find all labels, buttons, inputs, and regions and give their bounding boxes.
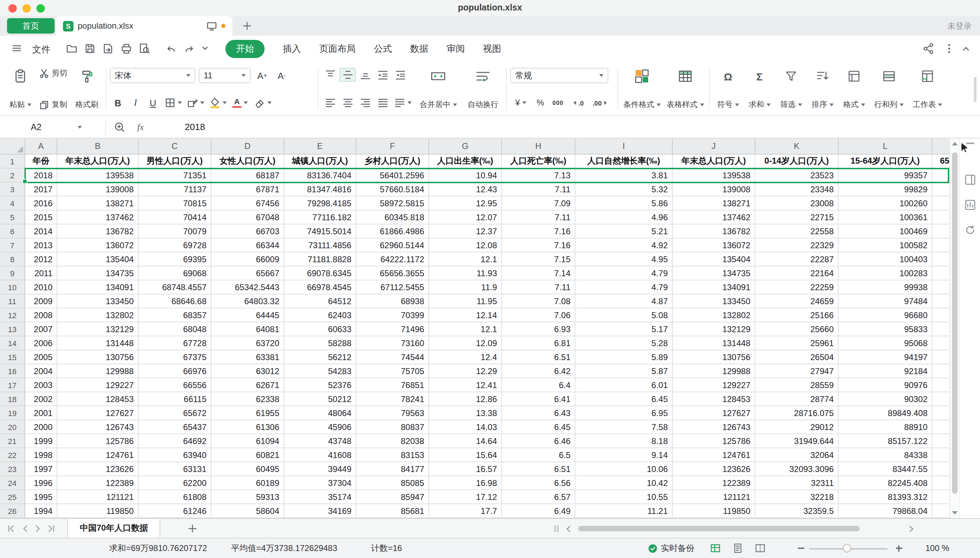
cell-C18[interactable]: 66115 xyxy=(138,392,211,406)
properties-panel-icon[interactable] xyxy=(964,173,977,186)
format-button[interactable]: 格式 xyxy=(839,66,869,112)
cell-G23[interactable]: 16.57 xyxy=(429,462,502,476)
row-header-21[interactable]: 21 xyxy=(0,434,25,448)
row-header-4[interactable]: 4 xyxy=(0,197,25,210)
cell-L4[interactable]: 100260 xyxy=(838,197,932,210)
row-header-12[interactable]: 12 xyxy=(0,309,25,322)
cell-B15[interactable]: 130756 xyxy=(58,350,138,364)
column-header-L[interactable]: L xyxy=(838,138,932,154)
cell-G11[interactable]: 11.95 xyxy=(429,294,502,309)
cell-L21[interactable]: 85157.122 xyxy=(838,434,932,448)
cell-H9[interactable]: 7.14 xyxy=(502,266,575,281)
row-header-17[interactable]: 17 xyxy=(0,378,25,392)
cell-C5[interactable]: 70414 xyxy=(138,210,211,225)
cell-H14[interactable]: 6.81 xyxy=(502,336,575,350)
cell-D13[interactable]: 64081 xyxy=(211,322,284,336)
cell-H12[interactable]: 7.06 xyxy=(502,309,575,322)
cell-G3[interactable]: 12.43 xyxy=(429,182,502,197)
cell-F15[interactable]: 74544 xyxy=(356,350,429,364)
cell-E9[interactable]: 69078.6345 xyxy=(284,266,356,281)
increase-decimal-button[interactable]: .0 xyxy=(569,96,587,110)
cell-G16[interactable]: 12.29 xyxy=(429,364,502,378)
cell-C16[interactable]: 66976 xyxy=(138,364,211,378)
fullscreen-button[interactable] xyxy=(36,4,45,12)
cell-M18[interactable] xyxy=(932,392,949,406)
cell-L12[interactable]: 96680 xyxy=(838,309,932,322)
prev-sheet-arrow-icon[interactable] xyxy=(22,525,28,532)
cell-F11[interactable]: 68938 xyxy=(356,294,429,309)
cell-G12[interactable]: 12.14 xyxy=(429,309,502,322)
cell-M24[interactable] xyxy=(932,476,949,490)
cell-M6[interactable] xyxy=(932,225,949,238)
cell-F12[interactable]: 70399 xyxy=(356,309,429,322)
cell-J24[interactable]: 122389 xyxy=(673,476,755,490)
cell-I7[interactable]: 4.92 xyxy=(575,238,673,253)
cell-B19[interactable]: 127627 xyxy=(58,406,138,420)
cell-H20[interactable]: 6.45 xyxy=(502,420,575,434)
cell-J10[interactable]: 134091 xyxy=(673,281,755,294)
cell-D1[interactable]: 女性人口(万人) xyxy=(211,154,284,169)
cell-L8[interactable]: 100403 xyxy=(838,253,932,266)
cell-D8[interactable]: 66009 xyxy=(211,253,284,266)
cell-J6[interactable]: 136782 xyxy=(673,225,755,238)
cell-F4[interactable]: 58972.5815 xyxy=(356,197,429,210)
cell-I18[interactable]: 6.45 xyxy=(575,392,673,406)
sort-button[interactable]: 排序 xyxy=(808,66,837,112)
cell-H10[interactable]: 7.11 xyxy=(502,281,575,294)
cell-A12[interactable]: 2008 xyxy=(25,309,58,322)
name-box[interactable]: A2 xyxy=(0,116,105,138)
cell-L16[interactable]: 92184 xyxy=(838,364,932,378)
cell-D23[interactable]: 60495 xyxy=(211,462,284,476)
cell-D25[interactable]: 59313 xyxy=(211,490,284,504)
cell-I25[interactable]: 10.55 xyxy=(575,490,673,504)
cut-button[interactable]: 剪切 xyxy=(39,68,67,78)
cell-E23[interactable]: 39449 xyxy=(284,462,356,476)
cell-G2[interactable]: 10.94 xyxy=(429,169,502,182)
cell-G15[interactable]: 12.4 xyxy=(429,350,502,364)
column-header-B[interactable]: B xyxy=(58,138,138,154)
cell-L13[interactable]: 95833 xyxy=(838,322,932,336)
cell-D26[interactable]: 58604 xyxy=(211,504,284,518)
align-middle-button[interactable] xyxy=(339,68,356,82)
row-header-15[interactable]: 15 xyxy=(0,350,25,364)
cell-F20[interactable]: 80837 xyxy=(356,420,429,434)
cell-E7[interactable]: 73111.4856 xyxy=(284,238,356,253)
cell-B5[interactable]: 137462 xyxy=(58,210,138,225)
cell-A24[interactable]: 1996 xyxy=(25,476,58,490)
cell-K22[interactable]: 32064 xyxy=(755,448,838,462)
cell-C25[interactable]: 61808 xyxy=(138,490,211,504)
cell-D7[interactable]: 66344 xyxy=(211,238,284,253)
tab-review[interactable]: 审阅 xyxy=(446,43,465,55)
hscroll-right-arrow-icon[interactable] xyxy=(909,526,914,532)
cell-I6[interactable]: 5.21 xyxy=(575,225,673,238)
cell-A2[interactable]: 2018 xyxy=(25,169,58,182)
cell-C24[interactable]: 62200 xyxy=(138,476,211,490)
table-style-button[interactable]: 表格样式 xyxy=(665,66,706,112)
more-options-kebab-icon[interactable] xyxy=(944,43,955,54)
cell-F9[interactable]: 65656.3655 xyxy=(356,266,429,281)
cell-A18[interactable]: 2002 xyxy=(25,392,58,406)
cell-C2[interactable]: 71351 xyxy=(138,169,211,182)
cell-A15[interactable]: 2005 xyxy=(25,350,58,364)
fill-color-button[interactable] xyxy=(207,96,228,110)
cell-C8[interactable]: 69395 xyxy=(138,253,211,266)
cell-A5[interactable]: 2015 xyxy=(25,210,58,225)
hscroll-left-arrow-icon[interactable] xyxy=(566,526,571,532)
cell-L1[interactable]: 15-64岁人口(万人) xyxy=(838,154,932,169)
cell-C20[interactable]: 65437 xyxy=(138,420,211,434)
cell-K12[interactable]: 25166 xyxy=(755,309,838,322)
redo-icon[interactable] xyxy=(183,43,195,54)
chart-tools-icon[interactable] xyxy=(964,199,977,211)
undo-icon[interactable] xyxy=(165,43,177,54)
cell-C21[interactable]: 64692 xyxy=(138,434,211,448)
column-header-E[interactable]: E xyxy=(284,138,356,154)
cell-G13[interactable]: 12.1 xyxy=(429,322,502,336)
home-button[interactable]: 首页 xyxy=(7,18,54,34)
cell-E2[interactable]: 83136.7404 xyxy=(284,169,356,182)
cell-B4[interactable]: 138271 xyxy=(58,197,138,210)
cell-H19[interactable]: 6.43 xyxy=(502,406,575,420)
cell-D21[interactable]: 61094 xyxy=(211,434,284,448)
row-header-16[interactable]: 16 xyxy=(0,364,25,378)
column-header-F[interactable]: F xyxy=(356,138,429,154)
cell-K20[interactable]: 29012 xyxy=(755,420,838,434)
